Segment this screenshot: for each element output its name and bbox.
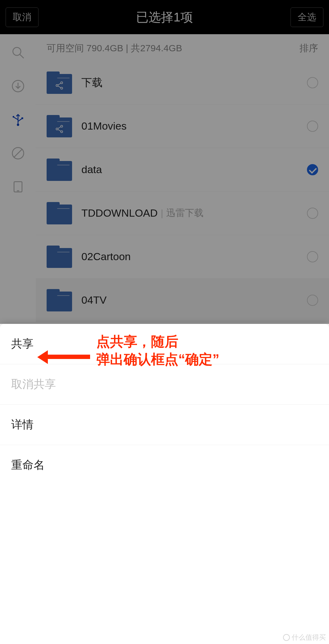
details-option[interactable]: 详情 [0, 405, 329, 445]
svg-rect-8 [21, 117, 23, 119]
svg-line-18 [58, 86, 61, 88]
folder-subtitle: 迅雷下载 [166, 207, 203, 219]
select-checkbox[interactable] [307, 208, 318, 219]
storage-text: 可用空间 790.4GB | 共2794.4GB [47, 42, 182, 55]
svg-point-14 [56, 84, 58, 86]
download-icon[interactable] [11, 79, 25, 94]
folder-name: 04TV [81, 294, 107, 306]
folder-shared-icon [47, 71, 72, 94]
folder-icon [47, 289, 72, 311]
select-checkbox[interactable] [307, 77, 318, 88]
svg-point-16 [61, 87, 62, 89]
folder-icon [47, 159, 72, 181]
storage-row: 可用空间 790.4GB | 共2794.4GB 排序 [36, 34, 329, 61]
folder-shared-icon [47, 115, 72, 137]
folder-row[interactable]: 01Movies [36, 104, 329, 148]
svg-line-11 [14, 149, 22, 157]
svg-point-6 [12, 116, 14, 118]
sort-button[interactable]: 排序 [299, 42, 318, 55]
disabled-icon[interactable] [11, 146, 25, 161]
usb-icon[interactable] [11, 112, 25, 127]
svg-line-17 [58, 83, 61, 85]
select-checkbox[interactable] [307, 164, 318, 175]
svg-line-23 [58, 129, 61, 131]
select-all-button[interactable]: 全选 [290, 7, 323, 27]
folder-row[interactable]: TDDOWNLOAD | 迅雷下载 [36, 191, 329, 235]
selection-title: 已选择1项 [39, 9, 290, 26]
svg-line-7 [18, 118, 22, 121]
svg-point-15 [61, 82, 62, 84]
svg-point-9 [17, 124, 19, 126]
svg-point-20 [61, 125, 62, 127]
folder-name: 下载 [81, 76, 103, 90]
svg-line-5 [14, 117, 18, 120]
folder-name: 01Movies [81, 120, 127, 132]
share-option[interactable]: 共享 [0, 324, 329, 364]
folder-name: data [81, 163, 102, 176]
select-checkbox[interactable] [307, 121, 318, 132]
cancel-button[interactable]: 取消 [6, 7, 39, 27]
select-checkbox[interactable] [307, 295, 318, 306]
select-checkbox[interactable] [307, 251, 318, 262]
svg-line-1 [20, 54, 24, 58]
folder-row[interactable]: 02Cartoon [36, 235, 329, 278]
thumb-icon [283, 634, 290, 641]
svg-point-21 [61, 131, 62, 132]
svg-point-19 [56, 128, 58, 130]
action-sheet: 共享 取消共享 详情 重命名 [0, 324, 329, 644]
rename-option[interactable]: 重命名 [0, 445, 329, 485]
folder-name: 02Cartoon [81, 251, 131, 263]
folder-list: 下载 01Movies data [36, 61, 329, 322]
selection-header: 取消 已选择1项 全选 [0, 0, 329, 34]
unshare-option[interactable]: 取消共享 [0, 364, 329, 405]
folder-row[interactable]: 04TV [36, 278, 329, 322]
search-icon[interactable] [11, 45, 25, 60]
content-area: 可用空间 790.4GB | 共2794.4GB 排序 下载 01Movies [36, 34, 329, 322]
sidebar [0, 34, 36, 323]
tablet-icon[interactable] [11, 179, 25, 194]
folder-row[interactable]: data [36, 148, 329, 191]
folder-name: TDDOWNLOAD [81, 207, 158, 219]
folder-icon [47, 246, 72, 268]
svg-line-22 [58, 126, 61, 128]
watermark: 什么值得买 [283, 633, 326, 642]
separator: | [161, 208, 163, 218]
folder-icon [47, 202, 72, 224]
svg-point-0 [13, 48, 21, 56]
folder-row[interactable]: 下载 [36, 61, 329, 104]
